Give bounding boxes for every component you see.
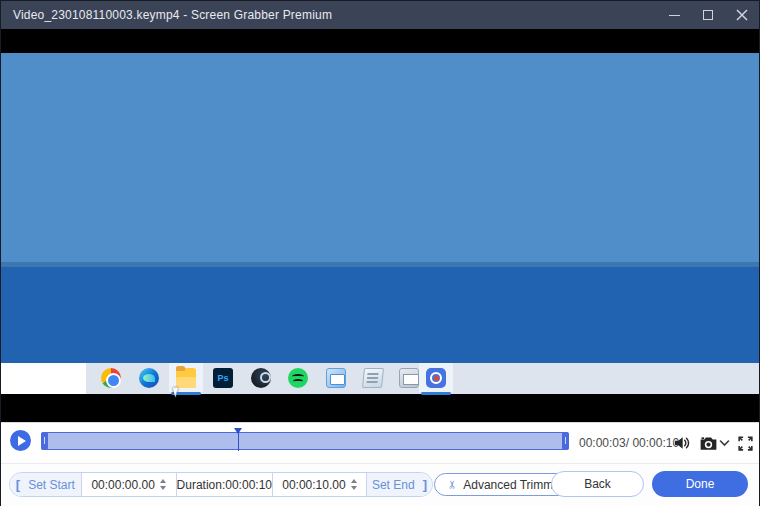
- end-bracket-icon: ]: [423, 477, 427, 492]
- close-icon: [736, 9, 748, 21]
- duration-label: Duration:00:00:10: [177, 473, 272, 496]
- people-icon: [326, 368, 346, 388]
- window-controls: [657, 1, 759, 29]
- file-explorer-icon: [176, 368, 196, 388]
- playhead-line: [238, 428, 240, 451]
- time-display: 00:00:03/ 00:00:10: [579, 436, 679, 450]
- set-end-label: Set End: [372, 478, 415, 492]
- photos-icon: [399, 368, 419, 388]
- wallpaper-lower: [1, 267, 759, 363]
- set-start-button[interactable]: [ Set Start: [10, 473, 81, 496]
- spin-down-icon: [351, 486, 357, 490]
- start-time-value[interactable]: 00:00:00.00: [91, 478, 154, 492]
- close-button[interactable]: [725, 1, 759, 29]
- window-title: Video_230108110003.keymp4 - Screen Grabb…: [1, 8, 332, 22]
- trim-bar: [ Set Start 00:00:00.00 Duration:00:00:1…: [1, 463, 759, 506]
- playhead[interactable]: [234, 428, 243, 451]
- maximize-icon: [703, 10, 713, 20]
- spin-up-icon: [160, 479, 166, 483]
- notepad-icon: [362, 368, 384, 388]
- snapshot-button[interactable]: [697, 432, 719, 454]
- title-bar: Video_230108110003.keymp4 - Screen Grabb…: [1, 1, 759, 29]
- photoshop-icon: Ps: [213, 368, 233, 388]
- video-preview[interactable]: Ps: [1, 29, 759, 422]
- trim-settings-group: [ Set Start 00:00:00.00 Duration:00:00:1…: [9, 472, 433, 497]
- done-button[interactable]: Done: [652, 471, 748, 497]
- chrome-icon: [101, 368, 121, 388]
- taskbar-underline-recorder: [421, 392, 451, 395]
- back-button[interactable]: Back: [551, 471, 644, 497]
- volume-icon: [672, 433, 692, 453]
- play-icon: [18, 436, 26, 446]
- edge-icon: [139, 368, 159, 388]
- timeline-slider[interactable]: [41, 432, 569, 450]
- maximize-button[interactable]: [691, 1, 725, 29]
- set-start-label: Set Start: [28, 478, 75, 492]
- set-end-button[interactable]: Set End ]: [367, 473, 432, 496]
- trim-start-handle[interactable]: [41, 432, 48, 450]
- video-taskbar: Ps: [86, 363, 759, 394]
- camera-icon: [698, 433, 719, 454]
- start-time-field: 00:00:00.00: [82, 473, 176, 496]
- chevron-down-icon: [719, 439, 730, 447]
- end-time-field: 00:00:10.00: [273, 473, 366, 496]
- play-button[interactable]: [10, 430, 31, 451]
- snapshot-dropdown[interactable]: [717, 432, 731, 454]
- wallpaper-upper: [1, 53, 759, 262]
- scissors-icon: ✂: [446, 480, 459, 489]
- trim-end-handle[interactable]: [562, 432, 569, 450]
- advanced-trimmer-label: Advanced Trimmer: [463, 478, 564, 492]
- end-time-value[interactable]: 00:00:10.00: [282, 478, 345, 492]
- taskbar-search-area: [1, 363, 86, 394]
- fullscreen-icon: [736, 434, 755, 453]
- spin-up-icon: [351, 479, 357, 483]
- end-time-spinner[interactable]: [351, 479, 357, 490]
- app-window: Video_230108110003.keymp4 - Screen Grabb…: [0, 0, 760, 506]
- spotify-icon: [288, 368, 308, 388]
- screen-recorder-icon: [426, 368, 446, 388]
- steam-icon: [251, 368, 271, 388]
- spin-down-icon: [160, 486, 166, 490]
- volume-button[interactable]: [671, 432, 693, 454]
- player-controls: 00:00:03/ 00:00:10: [1, 422, 759, 463]
- start-time-spinner[interactable]: [160, 479, 166, 490]
- minimize-icon: [669, 15, 680, 16]
- fullscreen-button[interactable]: [734, 432, 756, 454]
- start-bracket-icon: [: [16, 477, 20, 492]
- minimize-button[interactable]: [657, 1, 691, 29]
